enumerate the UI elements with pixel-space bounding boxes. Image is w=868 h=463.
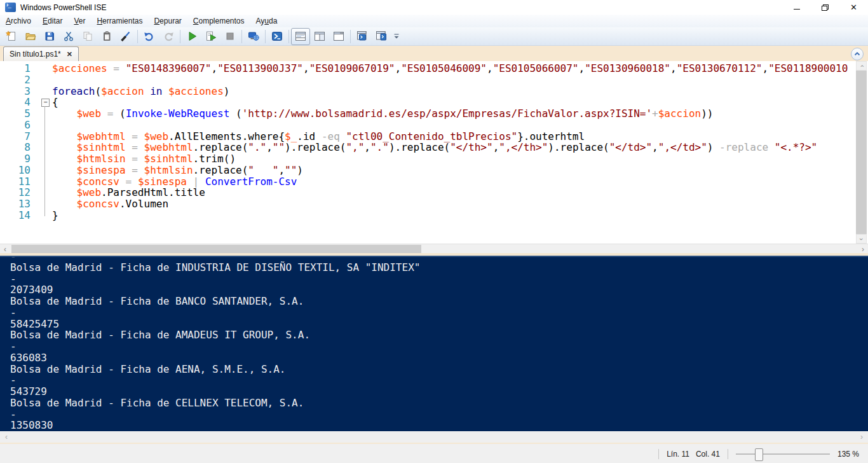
fold-column xyxy=(31,176,52,188)
fold-column xyxy=(31,210,52,221)
window-title: Windows PowerShell ISE xyxy=(20,3,106,12)
menu-depurar[interactable]: Depurar xyxy=(148,15,187,27)
code-line-2[interactable]: 2 xyxy=(0,74,868,86)
console-horizontal-scrollbar[interactable]: ‹ › xyxy=(0,431,868,444)
code-text: $webhtml = $web.AllElements.where{$_.id … xyxy=(52,131,868,142)
line-number: 4 xyxy=(0,97,31,108)
script-pane-maximized-button[interactable] xyxy=(329,28,348,45)
run-script-button[interactable] xyxy=(182,28,201,45)
console-pane[interactable]: -Bolsa de Madrid - Ficha de INDUSTRIA DE… xyxy=(0,256,868,431)
code-line-12[interactable]: 12 $web.ParsedHtml.title xyxy=(0,187,868,198)
code-text: $sinhtml = $webhtml.replace(".","").repl… xyxy=(52,142,868,153)
script-pane-top-button[interactable] xyxy=(291,28,310,45)
menu-ayuda[interactable]: Ayuda xyxy=(250,15,283,27)
script-pane-right-button[interactable] xyxy=(310,28,329,45)
script-editor-pane[interactable]: 1$acciones = "ES0148396007","ES0113900J3… xyxy=(0,61,868,244)
code-line-5[interactable]: 5 $web = (Invoke-WebRequest ('http://www… xyxy=(0,108,868,120)
toolbar-separator xyxy=(265,30,266,43)
scroll-left-icon[interactable]: ‹ xyxy=(0,244,10,254)
zoom-level-label: 135 % xyxy=(837,450,859,459)
redo-button[interactable] xyxy=(159,28,178,45)
new-script-button[interactable] xyxy=(2,28,21,45)
start-powershell-button[interactable] xyxy=(268,28,287,45)
copy-button[interactable] xyxy=(78,28,97,45)
fold-collapse-marker[interactable] xyxy=(31,97,52,108)
line-number: 2 xyxy=(0,74,31,86)
menu-archivo[interactable]: Archivo xyxy=(0,15,37,27)
fold-column xyxy=(31,187,52,198)
scroll-down-icon[interactable]: › xyxy=(856,234,867,244)
code-line-11[interactable]: 11 $concsv = $sinespa | ConvertFrom-Csv xyxy=(0,176,868,188)
clear-console-button[interactable] xyxy=(116,28,135,45)
run-selection-icon xyxy=(205,31,217,42)
undo-button[interactable] xyxy=(140,28,159,45)
code-line-8[interactable]: 8 $sinhtml = $webhtml.replace(".","").re… xyxy=(0,142,868,153)
run-selection-button[interactable] xyxy=(201,28,220,45)
code-line-3[interactable]: 3foreach($accion in $acciones) xyxy=(0,86,868,97)
statusbar-separator xyxy=(658,449,659,459)
menu-ver[interactable]: Ver xyxy=(68,15,91,27)
tab-strip: Sin título1.ps1* ✕ xyxy=(0,46,868,61)
editor-vertical-scrollbar[interactable]: › › xyxy=(856,61,867,244)
fold-column xyxy=(31,142,52,153)
tab-label: Sin título1.ps1* xyxy=(10,50,61,59)
scroll-right-icon[interactable]: › xyxy=(858,244,868,254)
console-output-line: 636083 xyxy=(10,352,868,364)
code-line-10[interactable]: 10 $sinespa = $htmlsin.replace(" ","") xyxy=(0,165,868,176)
editor-horizontal-scrollbar[interactable]: ‹ › xyxy=(0,244,868,253)
code-line-9[interactable]: 9 $htmlsin = $sinhtml.trim() xyxy=(0,153,868,165)
minimize-button[interactable] xyxy=(782,0,811,15)
zoom-slider-track[interactable] xyxy=(736,453,830,455)
close-icon: ✕ xyxy=(850,3,857,11)
code-line-13[interactable]: 13 $concsv.Volumen xyxy=(0,198,868,210)
code-text: $web.ParsedHtml.title xyxy=(52,187,868,198)
tab-sin-titulo1[interactable]: Sin título1.ps1* ✕ xyxy=(3,46,79,61)
save-button[interactable] xyxy=(40,28,59,45)
powershell-tab-alt-button[interactable] xyxy=(372,28,391,45)
code-text: $sinespa = $htmlsin.replace(" ","") xyxy=(52,165,868,176)
console-output-line: Bolsa de Madrid - Ficha de INDUSTRIA DE … xyxy=(10,262,868,273)
code-line-6[interactable]: 6 xyxy=(0,120,868,131)
toolbar-overflow-icon xyxy=(393,32,400,41)
vertical-scrollbar-thumb[interactable] xyxy=(856,71,867,234)
code-text xyxy=(52,74,868,86)
menu-herramientas[interactable]: Herramientas xyxy=(91,15,148,27)
code-text: } xyxy=(52,210,868,221)
cut-button[interactable] xyxy=(59,28,78,45)
script-pane-top-icon xyxy=(295,31,306,42)
horizontal-scrollbar-thumb[interactable] xyxy=(11,245,421,253)
code-line-4[interactable]: 4{ xyxy=(0,97,868,108)
scroll-up-icon[interactable]: › xyxy=(856,61,867,71)
code-text: foreach($accion in $acciones) xyxy=(52,86,868,97)
scroll-right-icon[interactable]: › xyxy=(857,432,867,442)
close-button[interactable]: ✕ xyxy=(839,0,868,15)
redo-icon xyxy=(163,31,174,42)
toolbar-overflow-button[interactable] xyxy=(391,28,402,45)
open-script-button[interactable] xyxy=(21,28,40,45)
fold-column xyxy=(31,198,52,210)
code-line-7[interactable]: 7 $webhtml = $web.AllElements.where{$_.i… xyxy=(0,131,868,142)
code-line-1[interactable]: 1$acciones = "ES0148396007","ES0113900J3… xyxy=(0,63,868,74)
paste-button[interactable] xyxy=(97,28,116,45)
powershell-tab-alt-icon xyxy=(376,31,387,42)
new-remote-powershell-tab-button[interactable] xyxy=(244,28,263,45)
menu-editar[interactable]: Editar xyxy=(37,15,68,27)
close-tab-icon[interactable]: ✕ xyxy=(67,51,72,58)
powershell-tab-button[interactable] xyxy=(353,28,372,45)
code-text: $concsv = $sinespa | ConvertFrom-Csv xyxy=(52,176,868,188)
menu-complementos[interactable]: Complementos xyxy=(187,15,250,27)
stop-button[interactable] xyxy=(220,28,240,45)
zoom-slider-thumb[interactable] xyxy=(755,448,763,461)
code-text: $web = (Invoke-WebRequest ('http://www.b… xyxy=(52,108,868,120)
restore-button[interactable] xyxy=(811,0,839,15)
zoom-slider[interactable] xyxy=(736,448,830,460)
fold-column xyxy=(31,63,52,74)
collapse-script-pane-button[interactable] xyxy=(851,48,864,60)
code-text: $htmlsin = $sinhtml.trim() xyxy=(52,153,868,165)
line-number: 1 xyxy=(0,63,31,74)
copy-icon xyxy=(82,31,93,42)
code-line-14[interactable]: 14} xyxy=(0,210,868,221)
scroll-left-icon[interactable]: ‹ xyxy=(1,432,11,442)
line-number: 10 xyxy=(0,165,31,176)
line-number: 11 xyxy=(0,176,31,188)
